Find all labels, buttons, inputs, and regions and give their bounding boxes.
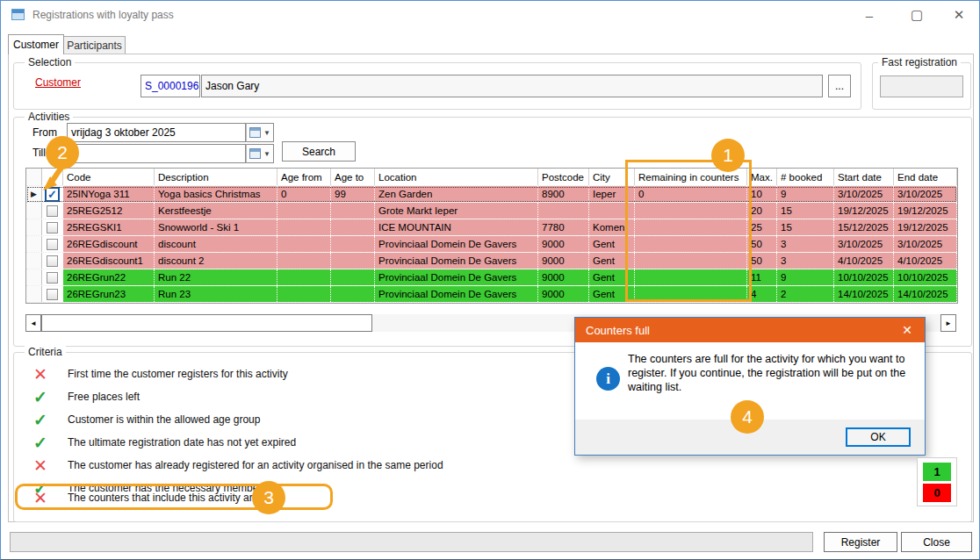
scroll-right-button[interactable]: ► (940, 314, 956, 332)
row-checkbox-cell[interactable] (42, 269, 63, 285)
col-header[interactable]: Postcode (538, 169, 589, 185)
grid-header-row: Code Description Age from Age to Locatio… (26, 169, 957, 186)
checkbox-unchecked[interactable] (47, 239, 58, 250)
minimize-button[interactable]: – (849, 1, 890, 29)
row-checkbox-cell[interactable] (42, 253, 63, 269)
criteria-item: ✕ The customer has already registered fo… (25, 454, 443, 477)
check-icon: ✓ (25, 410, 55, 430)
from-calendar-button[interactable]: ▼ (246, 123, 274, 142)
row-selector[interactable] (26, 203, 42, 219)
dialog-close-icon[interactable]: ✕ (890, 318, 925, 342)
chevron-down-icon: ▼ (263, 150, 270, 158)
callout-highlight-remaining-column (625, 160, 752, 302)
tab-participants[interactable]: Participants (64, 36, 126, 54)
table-row[interactable]: 26REGrun23 Run 23 Provinciaal Domein De … (26, 286, 957, 303)
customer-link[interactable]: Customer (35, 76, 81, 89)
table-row[interactable]: 26REGdiscount discount Provinciaal Domei… (26, 236, 957, 253)
table-row[interactable]: 26REGrun22 Run 22 Provinciaal Domein De … (26, 269, 957, 286)
maximize-button[interactable]: ▢ (897, 1, 937, 29)
checkbox-unchecked[interactable] (47, 272, 58, 284)
till-date-input[interactable] (67, 144, 246, 163)
checkbox-unchecked[interactable] (47, 289, 58, 300)
cell-end-date: 14/10/2025 (894, 286, 957, 302)
register-button[interactable]: Register (824, 532, 897, 552)
cell-age-from (277, 286, 331, 302)
cell-description: discount 2 (155, 253, 277, 269)
col-header[interactable]: Start date (834, 169, 894, 185)
from-date-input[interactable]: vrijdag 3 oktober 2025 (67, 123, 246, 142)
col-header[interactable]: End date (894, 169, 957, 185)
criteria-text: The ultimate registration date has not y… (68, 436, 296, 449)
status-legend: 1 0 (917, 457, 957, 506)
table-row[interactable]: 25REGSKI1 Snowworld - Ski 1 ICE MOUNTAIN… (26, 219, 957, 236)
cell-postcode: 9000 (538, 236, 589, 252)
cell-location: Grote Markt Ieper (375, 203, 538, 219)
row-checkbox-cell[interactable] (42, 236, 63, 252)
cell-age-to (331, 286, 375, 302)
col-header[interactable]: Age to (331, 169, 375, 185)
cell-booked: 9 (777, 269, 834, 285)
table-row[interactable]: ▶ ✓ 25INYoga 311 Yoga basics Christmas 0… (26, 186, 957, 203)
cell-code: 25INYoga 311 (63, 186, 155, 202)
callout-arrow-2 (36, 164, 71, 194)
cell-code: 26REGdiscount (63, 236, 155, 252)
customer-id-field[interactable]: S_0000196 (141, 75, 200, 97)
cell-location: ICE MOUNTAIN (375, 219, 538, 235)
cell-age-to: 99 (331, 186, 375, 202)
customer-name-field[interactable]: Jason Gary (201, 75, 823, 97)
table-row[interactable]: 25REG2512 Kerstfeestje Grote Markt Ieper… (26, 203, 957, 219)
cell-max: 20 (747, 203, 777, 219)
criteria-item: ✓ Customer is within the allowed age gro… (25, 408, 260, 431)
checkbox-unchecked[interactable] (47, 255, 58, 267)
window-title: Registrations with loyalty pass (32, 9, 174, 21)
search-button[interactable]: Search (282, 141, 356, 162)
cell-start-date: 15/12/2025 (834, 219, 894, 235)
dialog-title-bar: Counters full ✕ (575, 318, 925, 342)
col-header[interactable]: Age from (277, 169, 331, 185)
tab-customer[interactable]: Customer (8, 34, 64, 54)
cell-age-to (331, 236, 375, 252)
selection-group: Selection Customer S_0000196 Jason Gary … (13, 62, 861, 110)
col-header[interactable]: # booked (777, 169, 834, 185)
scroll-left-button[interactable]: ◄ (25, 314, 41, 332)
row-checkbox-cell[interactable] (42, 286, 63, 302)
scrollbar-thumb[interactable] (41, 314, 372, 332)
fast-registration-input[interactable] (880, 75, 963, 97)
row-selector[interactable] (26, 253, 42, 269)
ok-button[interactable]: OK (846, 427, 911, 447)
cell-age-to (331, 219, 375, 235)
checkbox-unchecked[interactable] (47, 205, 58, 217)
status-bar (10, 532, 813, 552)
calendar-icon (249, 127, 261, 138)
cell-max: 11 (747, 269, 777, 285)
cell-age-to (331, 203, 375, 219)
criteria-item: ✕ First time the customer registers for … (25, 363, 288, 385)
criteria-text: The customer has already registered for … (68, 459, 443, 471)
till-label: Till (32, 147, 46, 159)
criteria-text: Free places left (68, 391, 140, 403)
row-selector[interactable] (26, 269, 42, 285)
col-header[interactable]: Location (375, 169, 538, 185)
check-icon: ✓ (25, 433, 55, 453)
cell-booked: 2 (777, 286, 834, 302)
row-checkbox-cell[interactable] (42, 203, 63, 219)
cell-max: 10 (747, 186, 777, 202)
row-selector[interactable] (26, 286, 42, 302)
row-selector[interactable] (26, 219, 42, 235)
criteria-item: ✓ The ultimate registration date has not… (25, 431, 296, 454)
checkbox-unchecked[interactable] (47, 222, 58, 233)
col-header[interactable]: Code (63, 169, 155, 185)
col-header[interactable]: Max. (747, 169, 777, 185)
row-selector[interactable] (26, 236, 42, 252)
table-row[interactable]: 26REGdiscount1 discount 2 Provinciaal Do… (26, 253, 957, 269)
row-checkbox-cell[interactable] (42, 219, 63, 235)
cell-end-date: 19/12/2025 (894, 219, 957, 235)
cell-start-date: 3/10/2025 (834, 236, 894, 252)
close-footer-button[interactable]: Close (901, 532, 972, 552)
customer-browse-button[interactable]: ... (828, 75, 851, 97)
till-calendar-button[interactable]: ▼ (246, 144, 274, 163)
col-header[interactable]: Description (155, 169, 277, 185)
cell-booked: 9 (777, 186, 834, 202)
close-button[interactable]: ✕ (939, 1, 979, 29)
cell-age-from (277, 269, 331, 285)
